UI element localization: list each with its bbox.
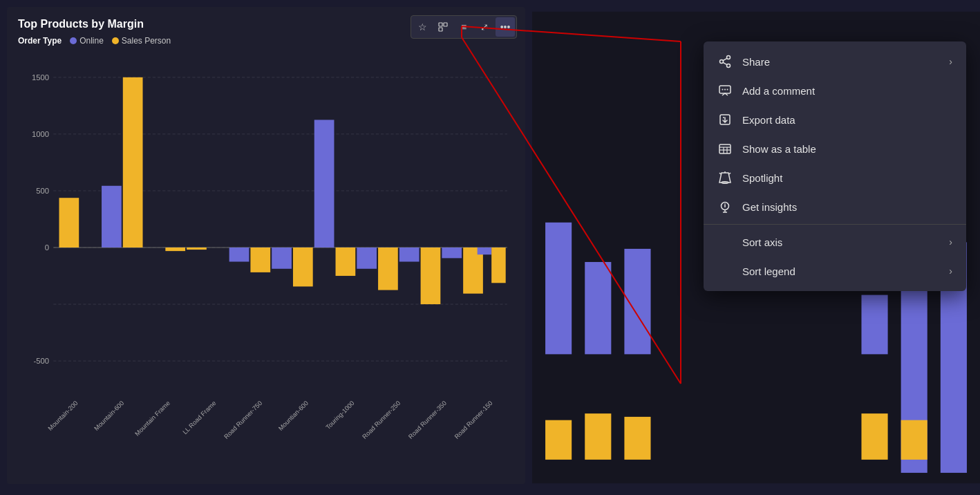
- svg-text:1500: 1500: [32, 73, 49, 82]
- comment-icon: [717, 83, 733, 98]
- svg-point-39: [720, 60, 724, 64]
- svg-text:Mountain-200: Mountain-200: [47, 400, 79, 432]
- spotlight-icon: [717, 170, 733, 185]
- svg-text:1000: 1000: [32, 130, 49, 138]
- focus-icon[interactable]: [433, 17, 453, 37]
- insights-icon: [717, 199, 733, 214]
- menu-item-table[interactable]: Show as a table: [704, 134, 966, 163]
- svg-text:-500: -500: [34, 357, 50, 365]
- sortlegend-label: Sort legend: [742, 265, 939, 277]
- chart-area: 1500 1000 500 0 -500: [18, 54, 514, 441]
- chart-toolbar: ☆ ≡ ⤢ •••: [411, 15, 517, 39]
- bar-m600-sales: [336, 248, 356, 276]
- svg-rect-32: [545, 420, 572, 460]
- legend-salesperson-dot: [112, 37, 119, 44]
- bar-rr250-online: [399, 248, 420, 262]
- legend-online-dot: [70, 37, 77, 44]
- chart-panel: Top Products by Margin Order Type Online…: [7, 7, 525, 484]
- menu-item-sortaxis[interactable]: Sort axis ›: [704, 227, 966, 256]
- bar-mountain600-sales: [123, 77, 143, 248]
- svg-line-54: [719, 173, 721, 174]
- bar-mtnframe-sales2: [187, 248, 207, 250]
- pin-icon[interactable]: ☆: [413, 17, 432, 37]
- menu-item-share[interactable]: Share ›: [704, 47, 966, 76]
- bar-m600-online: [314, 120, 334, 248]
- export-label: Export data: [742, 114, 952, 126]
- context-menu: Share › Add a comment: [704, 41, 966, 291]
- svg-rect-35: [861, 413, 887, 460]
- legend-online: Online: [70, 36, 104, 46]
- menu-item-spotlight[interactable]: Spotlight: [704, 163, 966, 192]
- svg-rect-28: [624, 249, 650, 354]
- svg-rect-33: [585, 413, 611, 460]
- sortlegend-arrow: ›: [949, 265, 952, 277]
- bar-llroad-sales: [250, 248, 270, 272]
- legend-salesperson: Sales Person: [112, 36, 171, 46]
- sortaxis-label: Sort axis: [742, 236, 939, 248]
- share-label: Share: [742, 56, 939, 68]
- table-label: Show as a table: [742, 143, 952, 155]
- insights-label: Get insights: [742, 201, 952, 213]
- svg-rect-29: [861, 295, 887, 355]
- svg-text:LL Road Frame: LL Road Frame: [181, 400, 217, 436]
- svg-point-61: [724, 203, 726, 205]
- legend-online-label: Online: [79, 36, 104, 46]
- svg-point-44: [722, 89, 724, 91]
- svg-text:Touring-1000: Touring-1000: [325, 400, 356, 431]
- svg-text:Road Runner-250: Road Runner-250: [361, 400, 402, 440]
- sortaxis-icon: [717, 234, 733, 250]
- bar-rr250-sales: [421, 248, 441, 304]
- menu-item-export[interactable]: Export data: [704, 105, 966, 134]
- svg-line-55: [729, 173, 731, 174]
- more-options-icon[interactable]: •••: [496, 17, 515, 37]
- sortlegend-icon: [717, 263, 733, 279]
- chart-svg: 1500 1000 500 0 -500: [18, 54, 514, 441]
- svg-rect-36: [901, 420, 927, 460]
- svg-rect-26: [545, 223, 572, 355]
- filter-icon[interactable]: ≡: [454, 17, 473, 37]
- sortaxis-arrow: ›: [949, 236, 952, 248]
- svg-text:Mountain-600: Mountain-600: [93, 400, 125, 432]
- svg-text:Road Runner-350: Road Runner-350: [407, 400, 448, 440]
- svg-point-37: [727, 56, 731, 59]
- bar-rr150-sales: [491, 248, 506, 283]
- bar-mountain600-online: [102, 186, 122, 248]
- menu-item-sortlegend[interactable]: Sort legend ›: [704, 256, 966, 286]
- comment-label: Add a comment: [742, 85, 952, 97]
- svg-rect-0: [439, 23, 442, 26]
- expand-icon[interactable]: ⤢: [475, 17, 494, 37]
- bar-rr750-sales: [293, 248, 313, 286]
- menu-divider: [704, 224, 966, 225]
- svg-text:Road Runner-150: Road Runner-150: [453, 400, 494, 440]
- share-icon: [717, 54, 733, 69]
- export-icon: [717, 112, 733, 127]
- bar-llroad-online: [229, 248, 249, 262]
- bar-rr750-online: [272, 248, 292, 269]
- menu-item-insights[interactable]: Get insights: [704, 192, 966, 221]
- svg-point-43: [724, 89, 726, 91]
- bar-t1000-online: [357, 248, 377, 269]
- legend-order-type-label: Order Type: [18, 36, 62, 46]
- svg-rect-34: [624, 417, 650, 460]
- svg-line-41: [723, 62, 727, 64]
- svg-rect-48: [719, 144, 731, 153]
- svg-line-40: [723, 58, 727, 60]
- legend-salesperson-label: Sales Person: [122, 36, 171, 46]
- svg-point-38: [727, 64, 731, 68]
- bar-mtnframe-sales: [165, 248, 185, 251]
- menu-item-comment[interactable]: Add a comment: [704, 76, 966, 105]
- svg-text:Mountian-600: Mountian-600: [277, 400, 310, 432]
- share-arrow: ›: [949, 56, 952, 67]
- svg-text:Road Runner-750: Road Runner-750: [223, 400, 263, 440]
- main-container: Top Products by Margin Order Type Online…: [0, 0, 980, 495]
- bar-rr150-online: [478, 248, 492, 254]
- svg-text:Mountain Frame: Mountain Frame: [133, 400, 171, 438]
- svg-text:500: 500: [36, 187, 49, 195]
- svg-text:0: 0: [45, 243, 49, 252]
- bar-mountain200-sales: [59, 198, 79, 248]
- svg-point-45: [727, 89, 728, 91]
- spotlight-label: Spotlight: [742, 172, 952, 184]
- bar-t1000-sales: [378, 248, 398, 290]
- svg-rect-2: [439, 28, 442, 31]
- table-icon: [717, 141, 733, 156]
